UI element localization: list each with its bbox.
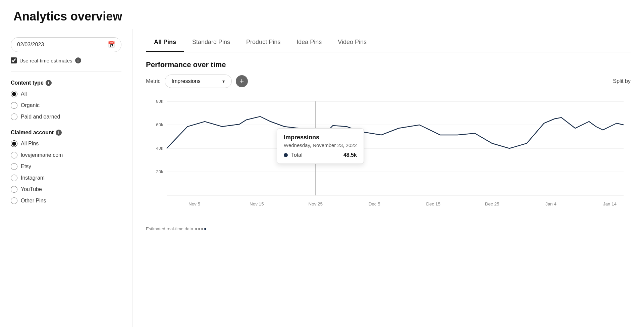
chart-tooltip: Impressions Wednesday, November 23, 2022… — [277, 128, 364, 164]
svg-text:60k: 60k — [156, 122, 163, 127]
page-container: Analytics overview 02/03/2023 📅 Use real… — [0, 0, 644, 327]
claimed-account-radio-other[interactable] — [11, 197, 17, 204]
svg-text:Dec 5: Dec 5 — [369, 201, 380, 206]
estimated-label: Estimated real-time data — [146, 226, 631, 231]
metric-dropdown[interactable]: Impressions ▾ — [165, 75, 232, 88]
content-type-radio-all[interactable] — [11, 91, 17, 97]
date-value: 02/03/2023 — [17, 42, 44, 48]
tabs-bar: All PinsStandard PinsProduct PinsIdea Pi… — [146, 29, 631, 52]
tab-standard_pins[interactable]: Standard Pins — [184, 33, 238, 52]
svg-text:Nov 15: Nov 15 — [250, 201, 264, 206]
content-type-info-icon[interactable]: i — [46, 80, 52, 86]
content-type-label-organic: Organic — [21, 102, 40, 108]
add-metric-button[interactable]: + — [236, 75, 248, 87]
claimed-account-radio-etsy[interactable] — [11, 163, 17, 170]
sidebar: 02/03/2023 📅 Use real-time estimates i C… — [0, 29, 132, 327]
claimed-account-item-etsy[interactable]: Etsy — [11, 163, 121, 170]
dots-indicator — [195, 228, 206, 230]
tab-video_pins[interactable]: Video Pins — [330, 33, 375, 52]
dot-4 — [204, 228, 206, 230]
content-type-radio-organic[interactable] — [11, 102, 17, 109]
performance-heading: Performance over time — [146, 60, 631, 69]
tab-idea_pins[interactable]: Idea Pins — [288, 33, 330, 52]
page-header: Analytics overview — [0, 0, 644, 29]
dot-1 — [195, 228, 197, 230]
claimed-account-radio-all_pins[interactable] — [11, 140, 17, 147]
page-title: Analytics overview — [13, 9, 631, 24]
content-type-radio-paid_earned[interactable] — [11, 113, 17, 120]
svg-text:Nov 5: Nov 5 — [189, 201, 200, 206]
svg-text:80k: 80k — [156, 99, 163, 104]
chart-container: 80k 60k 40k 20k No — [146, 95, 631, 236]
claimed-account-item-other[interactable]: Other Pins — [11, 197, 121, 204]
chevron-down-icon: ▾ — [222, 79, 225, 84]
claimed-account-item-all_pins[interactable]: All Pins — [11, 140, 121, 147]
tooltip-dot — [284, 153, 288, 157]
svg-text:Dec 15: Dec 15 — [426, 201, 440, 206]
svg-text:20k: 20k — [156, 169, 163, 174]
tab-all_pins[interactable]: All Pins — [146, 33, 184, 52]
metric-dropdown-value: Impressions — [172, 78, 219, 84]
tab-product_pins[interactable]: Product Pins — [238, 33, 288, 52]
content-type-group: All Organic Paid and earned — [11, 91, 121, 120]
dot-2 — [198, 228, 200, 230]
claimed-account-radio-lovejenmarie[interactable] — [11, 152, 17, 158]
claimed-account-label-lovejenmarie: lovejenmarie.com — [21, 152, 63, 158]
dot-3 — [201, 228, 203, 230]
svg-text:Nov 25: Nov 25 — [308, 201, 323, 206]
estimated-text: Estimated real-time data — [146, 226, 193, 231]
chart-svg-wrapper: 80k 60k 40k 20k No — [146, 95, 631, 222]
calendar-icon: 📅 — [108, 41, 115, 48]
sidebar-divider — [11, 72, 121, 72]
claimed-account-radio-youtube[interactable] — [11, 186, 17, 193]
claimed-account-label-other: Other Pins — [21, 198, 46, 204]
tooltip-title: Impressions — [284, 134, 357, 141]
content-area: All PinsStandard PinsProduct PinsIdea Pi… — [132, 29, 644, 327]
realtime-info-icon[interactable]: i — [75, 57, 81, 63]
content-type-section: Content type i — [11, 80, 121, 86]
claimed-account-section: Claimed account i — [11, 130, 121, 136]
content-type-item-all[interactable]: All — [11, 91, 121, 97]
realtime-checkbox[interactable] — [11, 57, 17, 63]
chart-svg: 80k 60k 40k 20k No — [146, 95, 631, 222]
claimed-account-item-instagram[interactable]: Instagram — [11, 175, 121, 181]
svg-text:Jan 14: Jan 14 — [603, 201, 616, 206]
tooltip-total-value: 48.5k — [343, 152, 357, 158]
claimed-account-info-icon[interactable]: i — [56, 130, 62, 136]
claimed-account-label: Claimed account — [11, 130, 54, 136]
content-type-item-organic[interactable]: Organic — [11, 102, 121, 109]
claimed-account-label-youtube: YouTube — [21, 186, 42, 192]
claimed-account-radio-instagram[interactable] — [11, 175, 17, 181]
tooltip-total-label: Total — [291, 152, 340, 158]
metric-row: Metric Impressions ▾ + Split by — [146, 75, 631, 88]
claimed-account-item-lovejenmarie[interactable]: lovejenmarie.com — [11, 152, 121, 158]
svg-text:Jan 4: Jan 4 — [545, 201, 556, 206]
claimed-account-group: All Pins lovejenmarie.com Etsy Instagram… — [11, 140, 121, 204]
svg-text:40k: 40k — [156, 146, 163, 151]
realtime-checkbox-row: Use real-time estimates i — [11, 57, 121, 63]
claimed-account-label-all_pins: All Pins — [21, 141, 39, 147]
split-by-label[interactable]: Split by — [613, 78, 631, 84]
main-content: 02/03/2023 📅 Use real-time estimates i C… — [0, 29, 644, 327]
tooltip-total-row: Total 48.5k — [284, 152, 357, 158]
metric-label: Metric — [146, 78, 161, 84]
tooltip-date: Wednesday, November 23, 2022 — [284, 142, 357, 148]
content-type-item-paid_earned[interactable]: Paid and earned — [11, 113, 121, 120]
realtime-label[interactable]: Use real-time estimates — [19, 58, 72, 63]
content-type-label-all: All — [21, 91, 27, 97]
content-type-label-paid_earned: Paid and earned — [21, 114, 60, 120]
claimed-account-label-instagram: Instagram — [21, 175, 45, 181]
claimed-account-label-etsy: Etsy — [21, 164, 31, 170]
content-type-label: Content type — [11, 80, 44, 86]
date-picker[interactable]: 02/03/2023 📅 — [11, 37, 121, 52]
claimed-account-item-youtube[interactable]: YouTube — [11, 186, 121, 193]
svg-text:Dec 25: Dec 25 — [485, 201, 499, 206]
